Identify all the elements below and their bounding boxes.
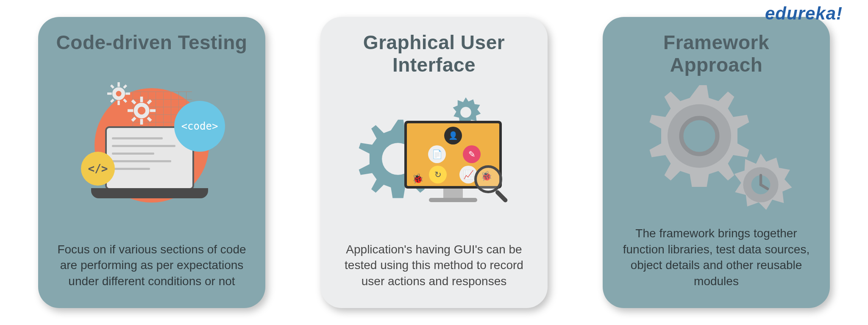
laptop-base [91,188,208,198]
card-code-driven-testing: Code-driven Testing <c [38,17,265,308]
card-description: Application's having GUI's can be tested… [337,242,531,289]
user-badge-icon: 👤 [444,127,462,144]
card-title: Graphical User Interface [337,31,531,76]
edit-badge-icon: ✎ [463,145,481,163]
svg-rect-15 [131,100,136,105]
card-illustration [620,81,813,220]
card-gui: Graphical User Interface 👤 📄 ✎ ↻ 📈 [320,17,548,308]
gear-icon [107,82,130,105]
card-description: The framework brings together function l… [620,225,813,289]
code-bubble-icon: <code> [174,101,225,152]
code-laptop-illustration: <code> </> [82,84,222,211]
svg-point-21 [460,107,471,118]
brand-logo: edureka! [765,3,843,24]
svg-rect-23 [495,189,509,203]
gear-icon [128,97,156,125]
svg-rect-13 [128,109,133,112]
bug-icon: 🐞 [412,173,423,184]
gear-icon [727,151,795,220]
svg-rect-2 [117,100,120,105]
svg-point-19 [138,107,145,114]
card-title: Code-driven Testing [56,31,248,54]
svg-rect-7 [110,99,114,103]
svg-rect-17 [131,117,136,122]
cards-row: Code-driven Testing <c [0,0,868,325]
card-framework-approach: Framework Approach [603,17,830,308]
svg-rect-3 [107,93,112,95]
svg-rect-1 [117,82,120,87]
doc-badge-icon: 📄 [428,145,446,163]
card-description: Focus on if various sections of code are… [55,242,248,289]
svg-rect-18 [147,117,152,122]
svg-rect-5 [110,85,114,89]
svg-rect-16 [147,100,152,105]
card-illustration: <code> </> [55,59,248,236]
refresh-badge-icon: ↻ [429,166,447,183]
monitor-stand [443,189,463,199]
svg-rect-8 [123,99,127,103]
svg-point-22 [476,167,501,192]
svg-rect-11 [140,97,143,102]
magnifier-icon [472,163,515,206]
svg-rect-4 [125,93,130,95]
tag-bubble-icon: </> [81,152,115,186]
svg-point-9 [116,91,122,97]
svg-rect-14 [150,109,156,112]
framework-gears-illustration [634,83,799,219]
svg-rect-6 [123,85,127,89]
card-title: Framework Approach [620,31,813,76]
card-illustration: 👤 📄 ✎ ↻ 📈 🐞 🐞 [337,81,531,236]
monitor-base [429,198,477,202]
gui-monitor-illustration: 👤 📄 ✎ ↻ 📈 🐞 🐞 [353,95,515,222]
svg-rect-12 [140,119,143,125]
